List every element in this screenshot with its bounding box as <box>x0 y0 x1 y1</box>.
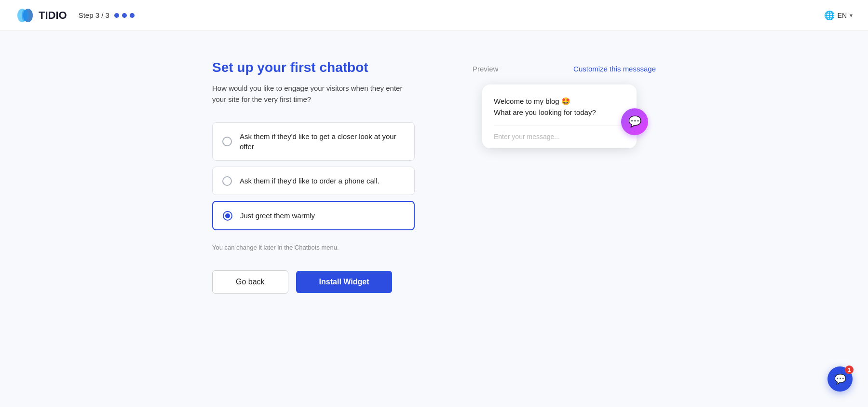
bottom-chat-button[interactable]: 1 💬 <box>827 366 853 392</box>
install-widget-button[interactable]: Install Widget <box>296 271 393 293</box>
go-back-button[interactable]: Go back <box>212 270 288 294</box>
chat-input-placeholder[interactable]: Enter your message... <box>494 133 625 140</box>
left-panel: Set up your first chatbot How would you … <box>212 60 415 294</box>
customize-link[interactable]: Customize this messsage <box>573 65 656 73</box>
radio-inner-greet <box>225 213 230 218</box>
radio-phone <box>222 176 232 186</box>
globe-icon: 🌐 <box>824 10 835 21</box>
option-greet[interactable]: Just greet them warmly <box>212 201 415 230</box>
chat-widget: Welcome to my blog 🤩What are you looking… <box>482 84 637 148</box>
step-dot-2 <box>122 13 127 18</box>
step-dots <box>114 13 135 18</box>
option-greet-label: Just greet them warmly <box>240 211 315 221</box>
language-text: EN <box>838 12 847 19</box>
logo-text: TIDIO <box>39 9 67 22</box>
bottom-chat-icon: 💬 <box>834 373 846 385</box>
svg-point-2 <box>22 10 28 21</box>
chevron-down-icon: ▾ <box>850 12 853 19</box>
change-note: You can change it later in the Chatbots … <box>212 244 415 251</box>
option-phone[interactable]: Ask them if they'd like to order a phone… <box>212 167 415 195</box>
preview-header: Preview Customize this messsage <box>473 65 656 73</box>
radio-greet <box>223 211 232 221</box>
preview-label: Preview <box>473 65 498 73</box>
chat-button-icon: 💬 <box>628 115 641 128</box>
header: TIDIO Step 3 / 3 🌐 EN ▾ <box>0 0 868 31</box>
button-row: Go back Install Widget <box>212 270 415 294</box>
radio-offer <box>222 137 232 146</box>
right-panel: Preview Customize this messsage Welcome … <box>473 60 656 294</box>
option-offer-label: Ask them if they'd like to get a closer … <box>240 131 405 152</box>
step-indicator: Step 3 / 3 <box>79 11 135 19</box>
language-selector[interactable]: 🌐 EN ▾ <box>824 10 853 21</box>
step-dot-1 <box>114 13 119 18</box>
options-list: Ask them if they'd like to get a closer … <box>212 122 415 230</box>
option-phone-label: Ask them if they'd like to order a phone… <box>240 176 380 186</box>
header-left: TIDIO Step 3 / 3 <box>15 6 135 25</box>
chat-divider <box>494 126 625 126</box>
logo: TIDIO <box>15 6 67 25</box>
page-title: Set up your first chatbot <box>212 60 415 75</box>
option-offer[interactable]: Ask them if they'd like to get a closer … <box>212 122 415 161</box>
bottom-chat-badge: 1 <box>845 365 854 374</box>
main-content: Set up your first chatbot How would you … <box>0 31 868 313</box>
page-subtitle: How would you like to engage your visito… <box>212 83 415 105</box>
step-dot-3 <box>130 13 135 18</box>
step-text: Step 3 / 3 <box>79 11 109 19</box>
chat-bubble-text: Welcome to my blog 🤩What are you looking… <box>494 96 625 118</box>
tidio-logo-icon <box>15 6 35 25</box>
chat-widget-button[interactable]: 💬 <box>621 108 648 135</box>
